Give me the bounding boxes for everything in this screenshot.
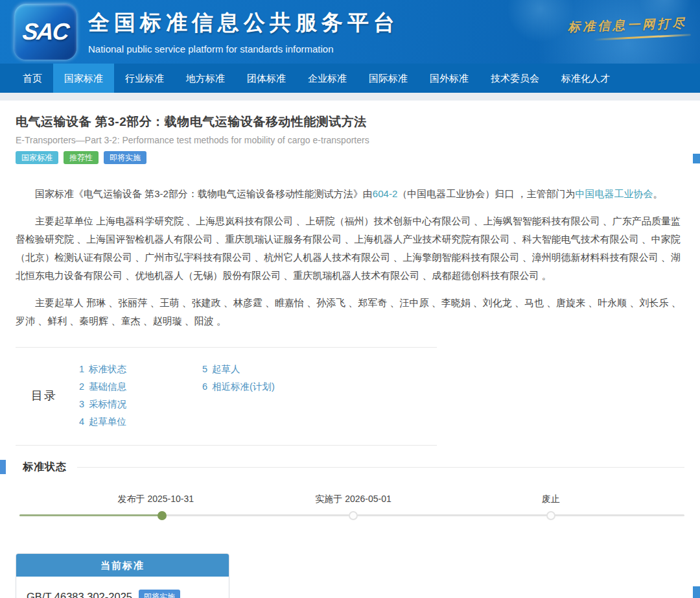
timeline-label-abolished: 废止 bbox=[542, 494, 560, 505]
current-standard-card-header: 当前标准 bbox=[16, 554, 229, 577]
toc-link-label: 基础信息 bbox=[89, 381, 126, 392]
nav-item-group-standards[interactable]: 团体标准 bbox=[236, 64, 297, 93]
toc-link-label: 标准状态 bbox=[89, 364, 126, 374]
toc-item-standard-status[interactable]: 1标准状态 bbox=[79, 361, 202, 378]
badge-recommended: 推荐性 bbox=[64, 151, 99, 164]
intro-paragraph-drafters: 主要起草人 邢琳 、张丽萍 、王萌 、张建政 、林彦霆 、睢嘉怡 、孙添飞 、郑… bbox=[16, 294, 684, 330]
toc-link-label: 起草人 bbox=[212, 364, 240, 374]
current-standard-card[interactable]: 当前标准 GB/T 46383.302-2025 即将实施 电气运输设备 第3-… bbox=[16, 553, 229, 598]
toc-label: 目录 bbox=[16, 361, 73, 431]
nav-item-international-standards[interactable]: 国际标准 bbox=[358, 64, 419, 93]
timeline-dot-implemented[interactable] bbox=[349, 511, 358, 520]
card-badge-upcoming: 即将实施 bbox=[139, 590, 180, 598]
nav-item-national-standards[interactable]: 国家标准 bbox=[53, 64, 114, 93]
sac-logo[interactable]: SAC bbox=[14, 4, 76, 60]
nav-item-enterprise-standards[interactable]: 企业标准 bbox=[297, 64, 358, 93]
intro-paragraphs: 国家标准《电气运输设备 第3-2部分：载物电气运输设备移动性能测试方法》由604… bbox=[16, 185, 684, 330]
toc-num: 5 bbox=[202, 364, 207, 374]
scrollbar-thumb[interactable] bbox=[693, 154, 700, 163]
status-section-title: 标准状态 bbox=[23, 460, 67, 474]
intro-paragraph-drafting-units: 主要起草单位 上海电器科学研究院 、上海思岚科技有限公司 、上研院（福州）技术创… bbox=[16, 212, 684, 285]
toc-column-2: 5起草人 6相近标准(计划) bbox=[202, 361, 275, 431]
toc-item-drafting-units[interactable]: 4起草单位 bbox=[79, 413, 202, 431]
p1-suffix: 。 bbox=[653, 188, 662, 199]
toc-section: 目录 1标准状态 2基础信息 3采标情况 4起草单位 5起草人 6相近标准(计划… bbox=[16, 347, 437, 446]
nav-item-foreign-standards[interactable]: 国外标准 bbox=[419, 64, 480, 93]
toc-item-similar-standards[interactable]: 6相近标准(计划) bbox=[202, 378, 275, 396]
standard-title-en: E-Transporters—Part 3-2: Performance tes… bbox=[16, 135, 684, 145]
toc-columns: 1标准状态 2基础信息 3采标情况 4起草单位 5起草人 6相近标准(计划) bbox=[73, 361, 437, 431]
toc-column-1: 1标准状态 2基础信息 3采标情况 4起草单位 bbox=[79, 361, 202, 431]
timeline-dot-abolished[interactable] bbox=[546, 511, 555, 520]
timeline-label-published: 发布于 2025-10-31 bbox=[118, 494, 194, 505]
standard-code-row: GB/T 46383.302-2025 即将实施 bbox=[27, 590, 218, 598]
standard-code: GB/T 46383.302-2025 bbox=[27, 591, 132, 598]
nav-item-standardization-talent[interactable]: 标准化人才 bbox=[550, 64, 621, 93]
toc-num: 4 bbox=[79, 416, 84, 427]
status-section-header: 标准状态 bbox=[0, 460, 700, 474]
floating-widget[interactable] bbox=[693, 586, 700, 598]
section-rule bbox=[77, 467, 684, 468]
main-nav: 首页 国家标准 行业标准 地方标准 团体标准 企业标准 国际标准 国外标准 技术… bbox=[0, 64, 700, 93]
badge-national-standard: 国家标准 bbox=[16, 151, 58, 164]
toc-num: 6 bbox=[202, 381, 207, 392]
timeline-dot-published[interactable] bbox=[158, 511, 167, 520]
toc-item-basic-info[interactable]: 2基础信息 bbox=[79, 378, 202, 396]
toc-num: 3 bbox=[79, 399, 84, 409]
current-standard-card-body: GB/T 46383.302-2025 即将实施 电气运输设备 第3-2部分：载… bbox=[16, 577, 229, 598]
standard-title-cn: 电气运输设备 第3-2部分：载物电气运输设备移动性能测试方法 bbox=[16, 114, 684, 130]
nav-item-industry-standards[interactable]: 行业标准 bbox=[114, 64, 175, 93]
link-committee-code[interactable]: 604-2 bbox=[373, 188, 397, 199]
timeline-label-implemented: 实施于 2026-05-01 bbox=[315, 494, 391, 505]
toc-item-drafters[interactable]: 5起草人 bbox=[202, 361, 275, 378]
badge-upcoming: 即将实施 bbox=[104, 151, 146, 164]
toc-num: 1 bbox=[79, 364, 84, 374]
p1-middle: （中国电器工业协会）归口 ，主管部门为 bbox=[397, 188, 575, 199]
status-section: 标准状态 发布于 2025-10-31 实施于 2026-05-01 废止 当前… bbox=[0, 460, 700, 598]
timeline-progress bbox=[19, 514, 162, 516]
intro-paragraph-governing: 国家标准《电气运输设备 第3-2部分：载物电气运输设备移动性能测试方法》由604… bbox=[16, 185, 684, 203]
toc-item-adoption[interactable]: 3采标情况 bbox=[79, 396, 202, 413]
toc-link-label: 相近标准(计划) bbox=[212, 381, 275, 392]
nav-item-local-standards[interactable]: 地方标准 bbox=[175, 64, 236, 93]
site-subtitle: National public service platform for sta… bbox=[88, 43, 399, 54]
toc-link-label: 起草单位 bbox=[89, 416, 126, 427]
status-timeline: 发布于 2025-10-31 实施于 2026-05-01 废止 bbox=[0, 491, 700, 534]
site-header: SAC 全国标准信息公共服务平台 National public service… bbox=[0, 0, 700, 64]
p1-prefix: 国家标准《电气运输设备 第3-2部分：载物电气运输设备移动性能测试方法》由 bbox=[35, 188, 373, 199]
header-gap bbox=[0, 93, 700, 101]
nav-item-home[interactable]: 首页 bbox=[12, 64, 53, 93]
toc-num: 2 bbox=[79, 381, 84, 392]
link-governing-org[interactable]: 中国电器工业协会 bbox=[575, 188, 653, 199]
sac-logo-text: SAC bbox=[21, 18, 69, 45]
site-title: 全国标准信息公共服务平台 bbox=[88, 8, 399, 38]
section-accent-bar bbox=[0, 460, 6, 474]
main-content: 电气运输设备 第3-2部分：载物电气运输设备移动性能测试方法 E-Transpo… bbox=[0, 101, 700, 598]
badge-row: 国家标准 推荐性 即将实施 bbox=[16, 151, 684, 164]
toc-link-label: 采标情况 bbox=[89, 399, 126, 409]
nav-item-technical-committee[interactable]: 技术委员会 bbox=[480, 64, 550, 93]
header-titles: 全国标准信息公共服务平台 National public service pla… bbox=[88, 8, 399, 54]
